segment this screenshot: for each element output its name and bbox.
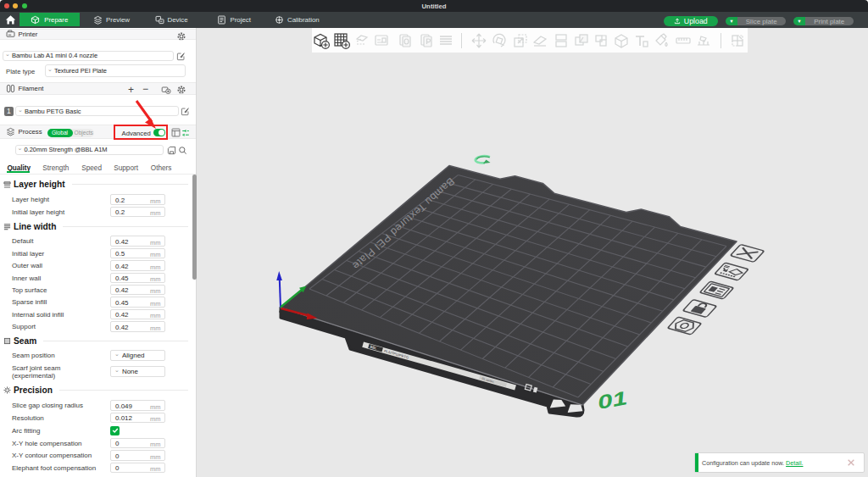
svg-text:01: 01: [596, 387, 629, 413]
